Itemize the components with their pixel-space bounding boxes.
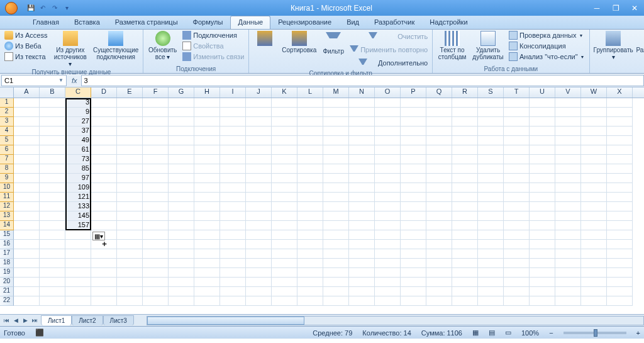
cell[interactable]: [297, 164, 323, 174]
cell[interactable]: [65, 249, 91, 259]
cell[interactable]: [607, 278, 633, 287]
cell[interactable]: [555, 117, 581, 127]
cell[interactable]: [401, 136, 426, 145]
tab-формулы[interactable]: Формулы: [186, 16, 231, 29]
cell[interactable]: [40, 127, 65, 136]
cell[interactable]: [272, 193, 297, 202]
cell[interactable]: [401, 268, 426, 278]
ribbon-btn-разгруппировать[interactable]: Разгруппировать ▾: [636, 30, 644, 61]
cell[interactable]: [607, 117, 633, 127]
macro-record-icon[interactable]: ⬛: [35, 329, 44, 337]
cell[interactable]: [607, 221, 633, 230]
cell[interactable]: [220, 202, 246, 211]
cell[interactable]: [349, 174, 375, 183]
cell[interactable]: 49: [65, 136, 91, 145]
cell[interactable]: [40, 259, 65, 268]
col-header-K[interactable]: K: [272, 87, 297, 98]
cell[interactable]: [40, 108, 65, 117]
cell[interactable]: [297, 202, 323, 211]
cell[interactable]: [607, 259, 633, 268]
cell[interactable]: [607, 268, 633, 278]
cell[interactable]: [581, 296, 607, 306]
cell[interactable]: [169, 278, 194, 287]
cell[interactable]: 121: [65, 193, 91, 202]
col-header-P[interactable]: P: [401, 87, 426, 98]
col-header-X[interactable]: X: [607, 87, 633, 98]
cell[interactable]: [14, 145, 40, 155]
ribbon-btn-консолидация[interactable]: Консолидация: [507, 41, 587, 51]
cell[interactable]: [194, 145, 220, 155]
col-header-Q[interactable]: Q: [426, 87, 452, 98]
ribbon-btn-из-веба[interactable]: Из Веба: [3, 41, 49, 51]
cell[interactable]: [452, 155, 478, 164]
cell[interactable]: [581, 174, 607, 183]
cell[interactable]: [452, 249, 478, 259]
ribbon-btn-анализ-"что-если"[interactable]: Анализ "что-если"▼: [507, 52, 587, 62]
cell[interactable]: [91, 136, 117, 145]
cell[interactable]: [220, 145, 246, 155]
cell[interactable]: [323, 240, 349, 249]
cell[interactable]: [375, 117, 401, 127]
cell[interactable]: [14, 211, 40, 221]
cell[interactable]: [349, 249, 375, 259]
cell[interactable]: [297, 98, 323, 108]
cell[interactable]: 85: [65, 164, 91, 174]
cell[interactable]: [272, 230, 297, 240]
cell[interactable]: [272, 211, 297, 221]
cell[interactable]: [478, 268, 504, 278]
cell[interactable]: [530, 221, 555, 230]
view-pagebreak-icon[interactable]: ▭: [505, 329, 511, 337]
scroll-thumb[interactable]: [147, 317, 304, 325]
cell[interactable]: [297, 174, 323, 183]
cell[interactable]: [581, 127, 607, 136]
cell[interactable]: [117, 287, 143, 296]
cell[interactable]: [452, 221, 478, 230]
cell[interactable]: [169, 164, 194, 174]
cell[interactable]: [91, 211, 117, 221]
save-icon[interactable]: 💾: [26, 3, 36, 13]
cell[interactable]: [117, 202, 143, 211]
ribbon-btn-sort-mini[interactable]: [252, 30, 278, 47]
cell[interactable]: 133: [65, 202, 91, 211]
cell[interactable]: [91, 193, 117, 202]
cell[interactable]: [504, 230, 530, 240]
cell[interactable]: [426, 268, 452, 278]
cell[interactable]: [504, 268, 530, 278]
cell[interactable]: [91, 221, 117, 230]
cell[interactable]: [194, 287, 220, 296]
cell[interactable]: [91, 249, 117, 259]
cell[interactable]: [220, 117, 246, 127]
cell[interactable]: [169, 202, 194, 211]
tab-разработчик[interactable]: Разработчик: [367, 16, 422, 29]
cell[interactable]: [504, 174, 530, 183]
cell[interactable]: [194, 240, 220, 249]
cell[interactable]: [117, 240, 143, 249]
col-header-S[interactable]: S: [478, 87, 504, 98]
cell[interactable]: [272, 174, 297, 183]
row-header[interactable]: 22: [0, 296, 14, 306]
cell[interactable]: [375, 202, 401, 211]
cell[interactable]: [14, 221, 40, 230]
cell[interactable]: [14, 127, 40, 136]
cell[interactable]: [297, 108, 323, 117]
cell[interactable]: [504, 221, 530, 230]
cell[interactable]: [297, 183, 323, 193]
cell[interactable]: [375, 174, 401, 183]
cell[interactable]: [323, 127, 349, 136]
ribbon-btn-обновить-все[interactable]: Обновить все ▾: [146, 30, 179, 61]
zoom-out-icon[interactable]: −: [549, 329, 553, 337]
cell[interactable]: [246, 183, 272, 193]
cell[interactable]: [117, 278, 143, 287]
cell[interactable]: [91, 174, 117, 183]
cell[interactable]: [143, 240, 169, 249]
cell[interactable]: [91, 183, 117, 193]
cell[interactable]: [452, 117, 478, 127]
cell[interactable]: [581, 268, 607, 278]
ribbon-btn-проверка-данных[interactable]: Проверка данных▼: [507, 30, 587, 40]
cell[interactable]: [220, 108, 246, 117]
cell[interactable]: [169, 183, 194, 193]
cell[interactable]: [246, 202, 272, 211]
cell[interactable]: [349, 259, 375, 268]
cell[interactable]: [478, 155, 504, 164]
cell[interactable]: [40, 296, 65, 306]
